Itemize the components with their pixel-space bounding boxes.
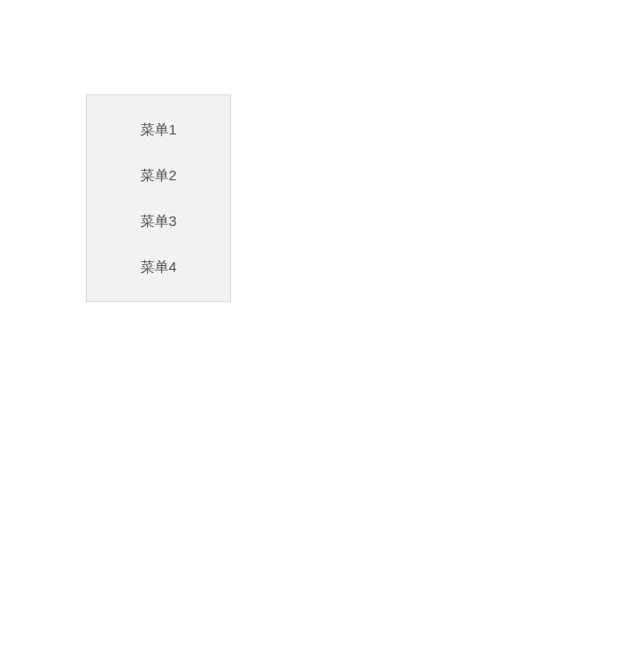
menu-item-label: 菜单4 bbox=[140, 258, 177, 275]
menu-item-label: 菜单2 bbox=[140, 167, 177, 183]
menu-item-label: 菜单1 bbox=[140, 121, 177, 137]
menu-item-3[interactable]: 菜单3 bbox=[87, 198, 230, 244]
menu-item-4[interactable]: 菜单4 bbox=[87, 244, 230, 290]
menu-item-label: 菜单3 bbox=[140, 213, 177, 229]
menu-item-2[interactable]: 菜单2 bbox=[87, 153, 230, 198]
menu-panel: 菜单1 菜单2 菜单3 菜单4 bbox=[86, 94, 231, 302]
menu-item-1[interactable]: 菜单1 bbox=[87, 107, 230, 153]
